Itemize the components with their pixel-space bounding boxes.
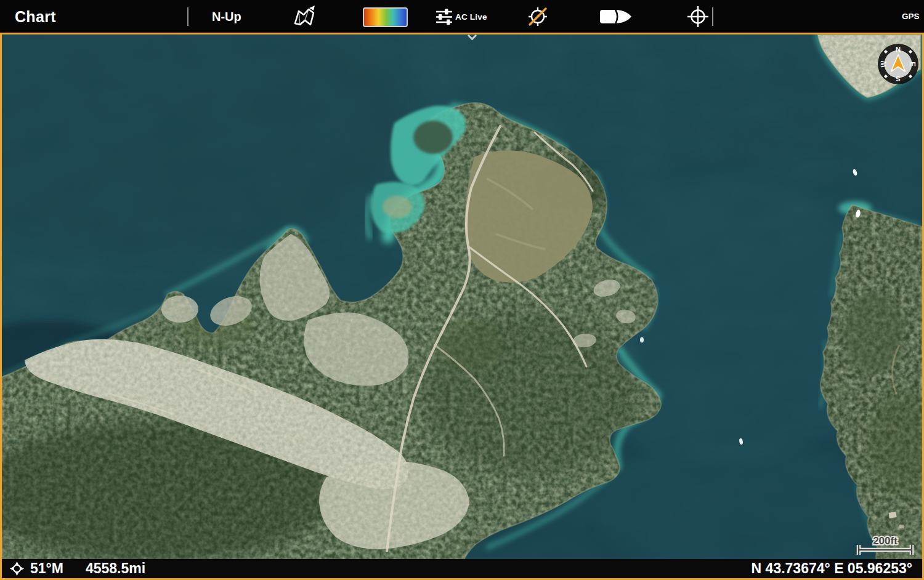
boat-icon	[599, 9, 633, 25]
compass-west-label: W	[880, 60, 887, 67]
orientation-north-up-button[interactable]: N-Up	[212, 10, 241, 24]
satellite-chart-map[interactable]: N E S W 200ft	[2, 34, 922, 578]
cursor-target-button[interactable]	[686, 5, 710, 28]
compass-rose: N E S W	[878, 44, 918, 84]
chartplotter-screen: { "topbar": { "title": "Chart", "orienta…	[0, 0, 924, 580]
scale-label: 200ft	[873, 535, 898, 547]
ac-live-button[interactable]: AC Live	[435, 5, 487, 28]
gps-status-label: GPS	[902, 12, 920, 21]
chart-map-frame: N E S W 200ft 51°M 4558.5mi N 43.73674° …	[0, 33, 924, 580]
bearing-compass-icon	[9, 561, 25, 576]
vessel-button[interactable]	[599, 9, 633, 25]
coordinates-readout: N 43.73674° E 05.96253°	[752, 560, 915, 577]
toolbar-divider	[187, 7, 188, 26]
top-toolbar: Chart N-Up AC Live	[0, 0, 924, 33]
chart-pen-icon	[291, 4, 318, 29]
distance-readout: 4558.5mi	[86, 560, 145, 577]
ac-live-sliders-icon	[435, 5, 453, 28]
toolbar-divider	[712, 7, 713, 26]
compass-south-label: S	[896, 75, 901, 83]
waypoint-toggle-button[interactable]	[526, 5, 549, 28]
palette-gradient-swatch[interactable]	[363, 7, 408, 27]
heading-readout: 51°M	[30, 560, 63, 577]
compass-east-label: E	[909, 62, 917, 66]
page-title: Chart	[15, 8, 56, 26]
waypoint-disabled-icon	[526, 5, 549, 28]
status-bar: 51°M 4558.5mi N 43.73674° E 05.96253°	[2, 559, 922, 578]
ac-live-label: AC Live	[455, 12, 487, 22]
target-crosshair-icon	[686, 5, 710, 28]
compass-north-label: N	[896, 46, 901, 53]
chart-source-button[interactable]	[291, 4, 318, 29]
